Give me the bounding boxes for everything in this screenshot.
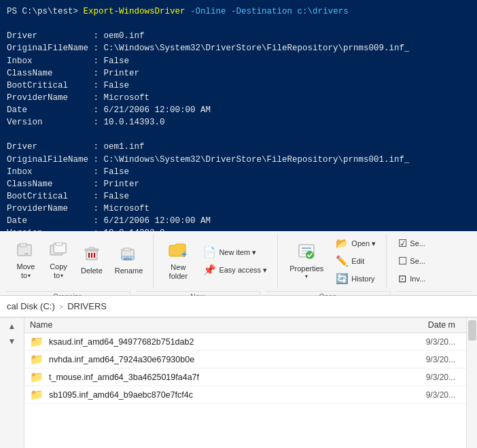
new-folder-label2: folder [169, 272, 188, 281]
history-button[interactable]: 🔄 History [331, 271, 381, 287]
copy-to-button[interactable]: Copy to ▾ [43, 239, 73, 283]
invert-label: Inv... [410, 275, 425, 283]
list-item[interactable]: 📁 sb1095.inf_amd64_b9aebc870e7fcf4c 9/3/… [24, 386, 466, 404]
copy-to-icon [49, 242, 68, 261]
list-item[interactable]: 📁 nvhda.inf_amd64_7924a30e67930b0e 9/3/2… [24, 351, 466, 368]
new-folder-button[interactable]: + New folder [160, 238, 196, 284]
new-item-button[interactable]: 📄 New item ▾ [198, 244, 272, 260]
svg-text:abc: abc [123, 256, 132, 262]
edit-label: Edit [351, 257, 364, 265]
terminal-line: Date : 6/21/2006 12:00:00 AM [7, 104, 470, 116]
rename-button[interactable]: abc Rename [110, 243, 148, 279]
ps-prompt: PS C:\ps\test> [7, 7, 78, 16]
rename-icon: abc [120, 246, 139, 265]
invert-icon: ⊡ [398, 273, 407, 285]
list-item[interactable]: 📁 ksaud.inf_amd64_94977682b751dab2 9/3/2… [24, 333, 466, 351]
terminal-line: ProviderName : Microsoft [7, 92, 470, 104]
properties-button[interactable]: Properties ▾ [285, 239, 328, 283]
easy-access-icon: 📌 [203, 264, 216, 276]
file-browser: ▲ ▼ Name Date m 📁 ksaud.inf_amd64_949776… [0, 317, 477, 448]
select-all-icon: ☑ [398, 237, 407, 249]
history-label: History [351, 275, 374, 283]
new-item-label: New item ▾ [219, 248, 256, 257]
copy-to-label2: to [54, 271, 60, 280]
terminal-line [7, 128, 470, 141]
file-list-header: Name Date m [24, 317, 466, 333]
terminal-line: BootCritical : False [7, 190, 470, 203]
list-item[interactable]: 📁 t_mouse.inf_amd64_3ba4625019fa4a7f 9/3… [24, 368, 466, 386]
invert-selection-button[interactable]: ⊡ Inv... [393, 271, 430, 287]
copy-to-label: Copy [50, 262, 67, 271]
folder-icon: 📁 [30, 388, 43, 401]
nav-down-arrow[interactable]: ▼ [7, 335, 18, 347]
organize-group: → Move to ▾ [5, 234, 154, 288]
terminal-line: OriginalFileName : C:\Windows\System32\D… [7, 42, 470, 54]
svg-rect-5 [56, 243, 63, 245]
new-small-buttons: 📄 New item ▾ 📌 Easy access ▾ [198, 244, 272, 278]
delete-button[interactable]: Delete [76, 243, 107, 279]
cmd-text: Export-WindowsDriver [84, 7, 186, 16]
history-icon: 🔄 [336, 273, 349, 285]
select-all-button[interactable]: ☑ Se... [393, 235, 430, 252]
move-to-label: Move [17, 262, 35, 271]
terminal-window: PS C:\ps\test> Export-WindowsDriver -Onl… [0, 0, 477, 231]
file-list: Name Date m 📁 ksaud.inf_amd64_94977682b7… [24, 317, 466, 448]
move-to-button[interactable]: → Move to ▾ [11, 239, 41, 283]
cmd-params: -Online -Destination c:\drivers [190, 7, 349, 16]
terminal-line [7, 18, 470, 30]
terminal-line-prompt: PS C:\ps\test> Export-WindowsDriver -Onl… [7, 5, 470, 18]
edit-button[interactable]: ✏️ Edit [331, 253, 381, 269]
open-small-buttons: 📂 Open ▾ ✏️ Edit 🔄 History [331, 235, 381, 287]
terminal-line: Date : 6/21/2006 12:00:00 AM [7, 215, 470, 227]
move-to-label2: to [21, 271, 27, 280]
col-name-header: Name [30, 320, 406, 330]
copy-to-arrow: ▾ [60, 273, 63, 279]
properties-icon [296, 243, 317, 263]
select-buttons: ☑ Se... ☐ Se... ⊡ Inv... [393, 235, 430, 287]
terminal-line: ProviderName : Microsoft [7, 203, 470, 215]
terminal-line: Version : 10.0.14393.0 [7, 116, 470, 128]
open-label: Open ▾ [351, 239, 376, 248]
rename-label: Rename [115, 266, 143, 275]
delete-label: Delete [81, 266, 103, 275]
file-name: nvhda.inf_amd64_7924a30e67930b0e [49, 355, 406, 364]
svg-rect-1 [20, 243, 26, 247]
select-none-button[interactable]: ☐ Se... [393, 253, 430, 269]
properties-label: Properties [289, 264, 323, 273]
terminal-line: Driver : oem1.inf [7, 141, 470, 153]
easy-access-button[interactable]: 📌 Easy access ▾ [198, 262, 272, 278]
svg-rect-13 [124, 248, 130, 251]
address-sep: > [59, 303, 63, 311]
file-date: 9/3/20... [406, 355, 461, 364]
left-nav-panel: ▲ ▼ [0, 317, 24, 448]
select-group: ☑ Se... ☐ Se... ⊡ Inv... [388, 234, 436, 288]
col-date-header: Date m [406, 320, 461, 330]
svg-text:+: + [181, 249, 187, 259]
open-button[interactable]: 📂 Open ▾ [331, 235, 381, 252]
move-to-icon: → [16, 242, 35, 261]
edit-icon: ✏️ [336, 255, 349, 267]
scrollbar[interactable] [466, 317, 477, 448]
new-folder-icon: + [168, 241, 188, 262]
easy-access-label: Easy access ▾ [219, 266, 267, 275]
terminal-line: BootCritical : False [7, 80, 470, 92]
address-bar[interactable]: cal Disk (C:) > DRIVERS [0, 296, 477, 317]
terminal-line: Driver : oem0.inf [7, 30, 470, 42]
file-name: sb1095.inf_amd64_b9aebc870e7fcf4c [49, 390, 406, 400]
open-group: Properties ▾ 📂 Open ▾ ✏️ Edit 🔄 H [279, 234, 387, 288]
scroll-thumb[interactable] [468, 320, 476, 341]
new-folder-label: New [171, 263, 186, 272]
terminal-line: Inbox : False [7, 55, 470, 67]
terminal-line: ClassName : Printer [7, 67, 470, 80]
open-icon: 📂 [336, 237, 349, 249]
terminal-line: Inbox : False [7, 166, 470, 178]
nav-up-arrow[interactable]: ▲ [7, 320, 18, 332]
delete-icon [82, 246, 101, 265]
file-explorer: → Move to ▾ [0, 231, 477, 448]
file-date: 9/3/20... [406, 390, 461, 400]
new-group: + New folder 📄 New item ▾ 📌 [155, 234, 278, 288]
file-date: 9/3/20... [406, 373, 461, 382]
properties-arrow: ▾ [305, 273, 308, 280]
disk-label: cal Disk (C:) [7, 301, 55, 311]
file-name: ksaud.inf_amd64_94977682b751dab2 [49, 337, 406, 347]
